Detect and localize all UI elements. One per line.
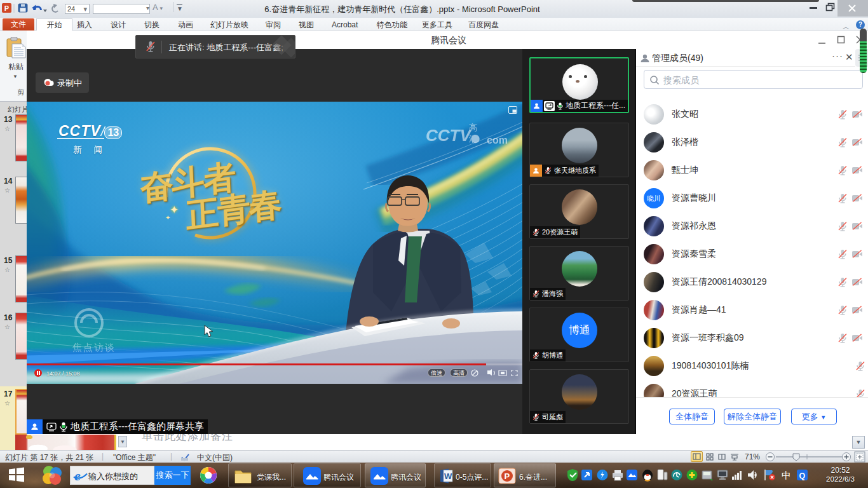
svg-text:P: P <box>505 471 510 481</box>
svg-text:中: 中 <box>782 470 791 480</box>
svg-text:W: W <box>444 471 452 481</box>
svg-text:P: P <box>4 4 9 12</box>
svg-text:Q: Q <box>799 471 806 480</box>
svg-text:e: e <box>74 468 81 484</box>
